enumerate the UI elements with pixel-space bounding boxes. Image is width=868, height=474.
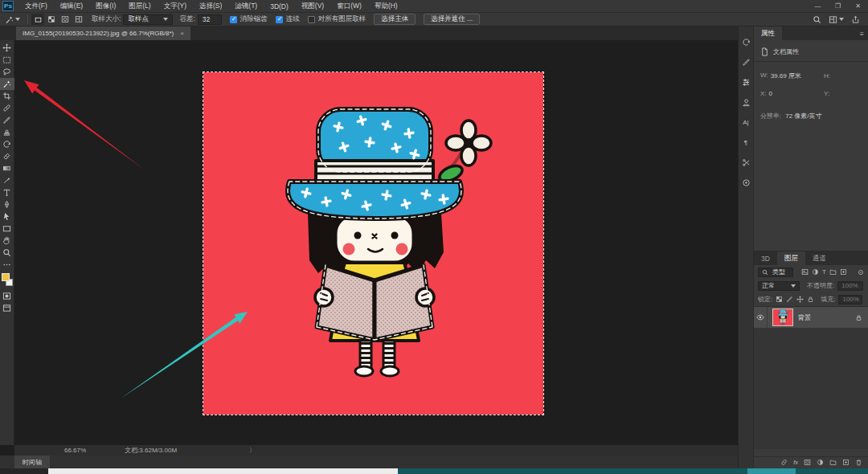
filter-type-icon[interactable]: T	[822, 268, 826, 276]
anti-alias-checkbox[interactable]	[230, 16, 237, 23]
y-field[interactable]: Y:	[824, 90, 829, 97]
sample-all-layers-checkbox[interactable]	[308, 16, 315, 23]
opacity-field[interactable]: 100%	[837, 281, 863, 291]
foreground-color-swatch[interactable]	[2, 273, 10, 281]
brush-settings-panel-button[interactable]	[742, 56, 751, 67]
current-tool-preset[interactable]	[0, 15, 24, 24]
tool-marquee[interactable]	[0, 54, 14, 66]
adjustments-panel-button[interactable]	[742, 76, 751, 88]
zoom-level[interactable]: 66.67%	[64, 447, 86, 454]
tool-pen[interactable]	[0, 198, 14, 210]
tool-lasso[interactable]	[0, 66, 14, 78]
tool-clone-stamp[interactable]	[0, 126, 14, 138]
filter-image-icon[interactable]	[801, 268, 809, 276]
document-canvas[interactable]	[203, 72, 543, 415]
layer-effects-button[interactable]: fx	[793, 459, 798, 466]
layer-row-background[interactable]: 背景	[754, 307, 868, 328]
contiguous-option[interactable]: 连续	[276, 14, 300, 24]
status-chevron[interactable]: 〉	[249, 446, 256, 455]
menu-type[interactable]: 文字(Y)	[158, 2, 193, 11]
new-layer-button[interactable]	[842, 459, 850, 466]
layer-visibility-toggle[interactable]	[754, 307, 768, 328]
paragraph-panel-button[interactable]: ¶	[744, 137, 747, 148]
adjustment-layer-button[interactable]	[817, 459, 824, 466]
menu-image[interactable]: 图像(I)	[89, 2, 122, 11]
blend-mode-dropdown[interactable]: 正常	[758, 281, 800, 291]
menu-view[interactable]: 视图(V)	[295, 2, 330, 11]
layer-thumbnail[interactable]	[772, 309, 793, 326]
fill-field[interactable]: 100%	[838, 295, 862, 304]
height-field[interactable]: H:	[824, 72, 830, 80]
tab-timeline[interactable]: 时间轴	[14, 456, 50, 468]
menu-window[interactable]: 窗口(W)	[330, 2, 368, 11]
menu-filter[interactable]: 滤镜(T)	[228, 2, 264, 11]
select-subject-button[interactable]: 选择主体	[374, 14, 416, 25]
filter-smart-object-icon[interactable]	[840, 268, 847, 276]
tool-path-select[interactable]	[0, 210, 14, 223]
delete-layer-button[interactable]	[855, 459, 862, 466]
close-document-icon[interactable]: ×	[180, 30, 184, 37]
document-tab[interactable]: IMG_0155(20190530-213922).jpg @ 66.7%(RG…	[16, 27, 190, 40]
lock-all-icon[interactable]	[807, 296, 814, 303]
link-layers-button[interactable]	[780, 459, 788, 466]
menu-help[interactable]: 帮助(H)	[368, 2, 404, 11]
tool-magic-wand[interactable]	[0, 78, 14, 90]
new-selection-mode-button[interactable]	[31, 14, 44, 25]
tab-layers[interactable]: 图层	[777, 251, 805, 265]
add-to-selection-mode-button[interactable]	[45, 14, 58, 25]
minimize-button[interactable]: —	[808, 2, 828, 10]
history-panel-button[interactable]	[742, 36, 751, 47]
tool-zoom[interactable]	[0, 247, 14, 259]
clone-source-panel-button[interactable]	[742, 177, 751, 188]
tab-channels[interactable]: 通道	[805, 251, 833, 265]
close-button[interactable]: ✕	[848, 2, 868, 10]
search-icon[interactable]	[813, 15, 821, 24]
intersect-selection-mode-button[interactable]	[72, 14, 85, 25]
lock-position-icon[interactable]	[796, 296, 804, 303]
tool-shape[interactable]	[0, 223, 14, 235]
tab-3d[interactable]: 3D	[754, 251, 777, 265]
filter-group-icon[interactable]	[829, 268, 837, 276]
tool-move[interactable]	[0, 42, 14, 54]
add-mask-button[interactable]	[804, 459, 811, 466]
character-panel-button[interactable]: A|	[743, 116, 748, 128]
width-field[interactable]: W: 39.69 厘米	[760, 72, 810, 80]
tool-brush[interactable]	[0, 114, 14, 126]
libraries-panel-button[interactable]	[742, 96, 751, 108]
panel-menu-icon[interactable]: ≡	[856, 27, 868, 40]
tool-hand[interactable]	[0, 235, 14, 247]
tool-spot-healing[interactable]	[0, 102, 14, 114]
menu-layer[interactable]: 图层(L)	[122, 2, 157, 11]
menu-select[interactable]: 选择(S)	[193, 2, 228, 11]
lock-pixels-icon[interactable]	[786, 296, 793, 303]
tool-presets-panel-button[interactable]	[742, 157, 751, 168]
workspace-switcher[interactable]	[829, 15, 844, 24]
tool-crop[interactable]	[0, 90, 14, 102]
menu-file[interactable]: 文件(F)	[18, 2, 54, 11]
filter-toggle-icon[interactable]	[858, 269, 864, 276]
x-field[interactable]: X: 0	[760, 90, 810, 97]
sample-all-layers-option[interactable]: 对所有图层取样	[308, 14, 366, 24]
sample-size-dropdown[interactable]: 取样点	[123, 14, 173, 25]
select-and-mask-button[interactable]: 选择并遮住 ...	[424, 14, 480, 25]
layer-filter-dropdown[interactable]: 类型	[758, 268, 793, 277]
tool-gradient[interactable]	[0, 162, 14, 174]
share-icon[interactable]	[851, 15, 860, 24]
menu-3d[interactable]: 3D(D)	[264, 2, 295, 10]
anti-alias-option[interactable]: 消除锯齿	[230, 14, 268, 24]
new-group-button[interactable]	[829, 459, 837, 466]
screen-mode-button[interactable]	[0, 302, 14, 314]
tool-eyedropper[interactable]	[0, 174, 14, 186]
contiguous-checkbox[interactable]	[276, 16, 283, 23]
restore-button[interactable]: ❐	[828, 2, 848, 10]
lock-transparency-icon[interactable]	[776, 296, 783, 303]
tool-type[interactable]	[0, 186, 14, 198]
edit-toolbar-button[interactable]	[0, 259, 14, 271]
menu-edit[interactable]: 编辑(E)	[54, 2, 89, 11]
tool-eraser[interactable]	[0, 150, 14, 162]
subtract-selection-mode-button[interactable]	[59, 14, 72, 25]
tab-properties[interactable]: 属性	[754, 27, 782, 40]
tool-history-brush[interactable]	[0, 138, 14, 150]
tolerance-input[interactable]: 32	[198, 14, 222, 25]
quick-mask-button[interactable]	[0, 290, 14, 302]
